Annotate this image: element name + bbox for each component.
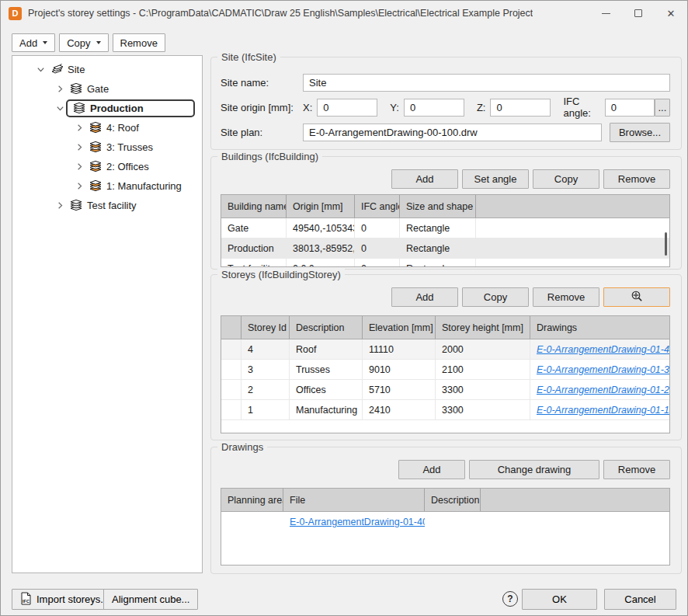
column-header[interactable]: Drawings [530, 316, 669, 339]
site-origin-label: Site origin [mm]: [221, 102, 303, 113]
alignment-cube-button[interactable]: Alignment cube... [103, 589, 198, 610]
tree-item-offices[interactable]: 2: Offices [12, 157, 202, 176]
storey-icon [89, 141, 103, 154]
site-plan-input[interactable] [303, 124, 602, 141]
cancel-button[interactable]: Cancel [604, 589, 676, 610]
column-header[interactable]: Description [290, 316, 363, 339]
buildings-copy-button[interactable]: Copy [533, 169, 599, 189]
scrollbar[interactable] [665, 232, 667, 256]
buildings-table-header: Building name Origin [mm] IFC angle Size… [221, 195, 669, 218]
table-row[interactable]: 2 Offices 5710 3300 E-0-ArrangementDrawi… [221, 380, 669, 400]
table-row[interactable]: 4 Roof 11110 2000 E-0-ArrangementDrawing… [221, 339, 669, 360]
chevron-right-icon[interactable] [73, 161, 85, 173]
storeys-copy-button[interactable]: Copy [462, 287, 529, 307]
column-header[interactable]: Planning area [221, 489, 283, 511]
import-storeys-label: Import storeys... [36, 593, 109, 605]
tree-item-label: Test facility [87, 200, 137, 211]
ifc-angle-cell: 0 [355, 238, 400, 258]
tree-item-label: 1: Manufacturing [106, 180, 182, 192]
storeys-add-button[interactable]: Add [391, 287, 458, 307]
table-row[interactable]: Gate 49540,-105343,0 0 Rectangle [221, 218, 669, 238]
column-header[interactable]: Building name [221, 195, 287, 218]
site-name-input[interactable] [303, 74, 670, 92]
tree-item-trusses[interactable]: 3: Trusses [12, 137, 202, 157]
more-options-button[interactable]: ... [655, 99, 670, 117]
storey-id-cell: 1 [241, 400, 290, 419]
drawings-table-header: Planning area File Description [221, 489, 669, 512]
shape-cell: Rectangle [400, 218, 476, 238]
chevron-right-icon[interactable] [73, 122, 85, 134]
ok-button[interactable]: OK [522, 589, 597, 610]
ifc-angle-input[interactable] [605, 99, 655, 117]
drawing-link[interactable]: E-0-ArrangementDrawing-01-300.drw [537, 364, 669, 375]
browse-button[interactable]: Browse... [610, 123, 670, 142]
buildings-set-angle-button[interactable]: Set angle [462, 169, 529, 189]
origin-z-input[interactable] [490, 99, 551, 117]
close-button[interactable]: ✕ [655, 1, 687, 26]
tree-item-manufacturing[interactable]: 1: Manufacturing [12, 176, 202, 196]
help-button[interactable]: ? [502, 591, 518, 607]
chevron-down-icon[interactable] [34, 64, 47, 76]
table-row-selected[interactable]: Production 38013,-85952,0 0 Rectangle [221, 238, 669, 259]
buildings-remove-button[interactable]: Remove [603, 169, 670, 189]
storeys-remove-button[interactable]: Remove [533, 287, 599, 307]
row-handle-cell [221, 400, 241, 419]
drawing-link[interactable]: E-0-ArrangementDrawing-01-100.drw [537, 405, 669, 416]
column-header[interactable]: Origin [mm] [287, 195, 355, 218]
building-icon [72, 102, 86, 115]
import-storeys-button[interactable]: IFC Import storeys... [12, 589, 117, 610]
remove-button[interactable]: Remove [113, 33, 165, 52]
chevron-right-icon[interactable] [73, 141, 85, 154]
tree-item-test-facility[interactable]: Test facility [12, 196, 202, 215]
column-header[interactable]: Storey Id [241, 316, 290, 339]
drawing-link[interactable]: E-0-ArrangementDrawing-01-200.drw [537, 385, 669, 395]
row-handle-cell [221, 380, 241, 399]
drawings-remove-button[interactable]: Remove [603, 460, 670, 479]
table-row[interactable]: E-0-ArrangementDrawing-01-400.drw [221, 512, 669, 532]
tree-item-label: Gate [87, 83, 109, 95]
app-icon: D [9, 7, 22, 20]
selected-tree-item: Production [66, 99, 195, 117]
tree-item-production[interactable]: Production [12, 99, 202, 118]
ifc-file-icon: IFC [20, 592, 32, 607]
elevation-cell: 5710 [363, 380, 436, 399]
origin-y-input[interactable] [404, 99, 464, 117]
drawings-add-button[interactable]: Add [398, 460, 465, 479]
chevron-down-icon [43, 41, 47, 44]
column-header[interactable]: Size and shape [400, 195, 476, 218]
chevron-right-icon[interactable] [73, 180, 85, 193]
tree-item-site[interactable]: Site [12, 60, 202, 79]
storeys-table-header: Storey Id Description Elevation [mm] Sto… [221, 316, 669, 339]
column-header[interactable]: Description [425, 489, 481, 511]
table-row[interactable]: Test facility 0,0,0 0 Rectangle [221, 259, 669, 267]
storey-settings-dialog: { "window": { "title": "Project's storey… [0, 0, 688, 616]
elevation-cell: 11110 [363, 339, 436, 359]
filler-cell [476, 259, 669, 267]
buildings-add-button[interactable]: Add [391, 169, 458, 189]
maximize-button[interactable] [622, 1, 655, 26]
column-header[interactable]: Elevation [mm] [363, 316, 436, 339]
table-row[interactable]: 1 Manufacturing 2410 3300 E-0-Arrangemen… [221, 400, 669, 420]
description-cell: Trusses [290, 360, 363, 379]
chevron-down-icon[interactable] [54, 103, 66, 115]
chevron-right-icon[interactable] [54, 83, 66, 96]
column-header-filler [476, 195, 669, 218]
origin-x-input[interactable] [317, 99, 377, 117]
tree-item-gate[interactable]: Gate [12, 79, 202, 99]
add-button[interactable]: Add [12, 33, 55, 52]
drawing-file-link[interactable]: E-0-ArrangementDrawing-01-400.drw [290, 517, 425, 527]
zoom-to-storey-button[interactable] [603, 287, 670, 307]
minimize-button[interactable] [589, 1, 622, 26]
chevron-right-icon[interactable] [54, 200, 66, 212]
column-header[interactable]: Storey height [mm] [436, 316, 530, 339]
tree-item-roof[interactable]: 4: Roof [12, 118, 202, 137]
change-drawing-button[interactable]: Change drawing [469, 460, 599, 479]
site-name-label: Site name: [221, 77, 303, 89]
drawing-link[interactable]: E-0-ArrangementDrawing-01-400.drw [537, 344, 669, 355]
column-header[interactable]: File [283, 489, 425, 511]
column-header[interactable]: IFC angle [355, 195, 400, 218]
remove-button-label: Remove [120, 37, 158, 49]
table-row[interactable]: 3 Trusses 9010 2100 E-0-ArrangementDrawi… [221, 360, 669, 380]
copy-button[interactable]: Copy [59, 33, 108, 52]
add-button-label: Add [19, 37, 37, 49]
